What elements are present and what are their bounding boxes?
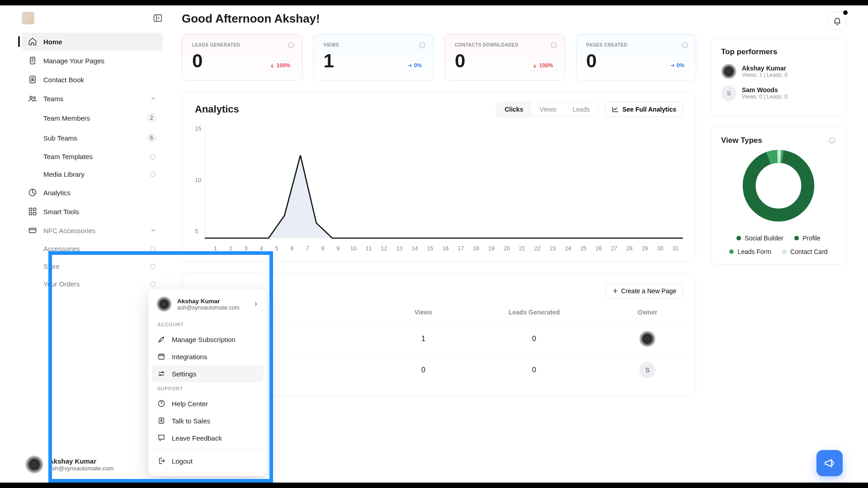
menu-item-logout[interactable]: Logout bbox=[152, 452, 264, 469]
info-icon[interactable] bbox=[829, 137, 836, 144]
legend-item: Leads Form bbox=[729, 248, 771, 255]
nav-label: Analytics bbox=[43, 189, 71, 197]
performer-row[interactable]: Akshay Kumar Views: 1 | Leads: 0 bbox=[721, 64, 836, 79]
info-icon[interactable] bbox=[681, 42, 689, 49]
sidebar-nav: Home Manage Your Pages Contact Book Team… bbox=[22, 33, 166, 292]
menu-item-integrations[interactable]: Integrations bbox=[152, 348, 264, 365]
svg-rect-13 bbox=[29, 228, 36, 233]
info-icon[interactable] bbox=[550, 42, 557, 49]
kpi-delta-text: 100% bbox=[277, 62, 291, 69]
menu-label: Talk to Sales bbox=[172, 417, 210, 425]
nav-label: Your Orders bbox=[43, 280, 80, 288]
workspace-logo[interactable] bbox=[22, 12, 34, 24]
arrow-right-icon bbox=[670, 63, 675, 68]
sidebar-item-pages[interactable]: Manage Your Pages bbox=[22, 52, 163, 70]
x-tick: 21 bbox=[514, 245, 530, 252]
sidebar-item-sub-teams[interactable]: Sub Teams 6 bbox=[22, 128, 163, 147]
pages-icon bbox=[28, 56, 37, 65]
menu-item-subscription[interactable]: Manage Subscription bbox=[152, 331, 264, 348]
sidebar-item-accessories[interactable]: Accessories bbox=[22, 240, 163, 257]
kpi-row: LEADS GENERATED 0 100% VIEWS 1 0% bbox=[182, 34, 696, 80]
top-performers-card: Top performers Akshay Kumar Views: 1 | L… bbox=[711, 38, 846, 117]
x-tick: 22 bbox=[530, 245, 545, 252]
letterbox-bottom bbox=[0, 483, 868, 488]
tab-views[interactable]: Views bbox=[531, 102, 564, 117]
table-row[interactable]: 1 0 bbox=[195, 324, 683, 355]
svg-point-28 bbox=[162, 372, 164, 373]
nav-label: Accessories bbox=[43, 245, 80, 253]
performer-stats: Views: 0 | Leads: 0 bbox=[742, 94, 788, 100]
sidebar-item-home[interactable]: Home bbox=[22, 33, 163, 51]
contact-book-icon bbox=[28, 75, 37, 84]
kpi-contacts: CONTACTS DOWNLOADED 0 100% bbox=[444, 34, 565, 80]
sidebar-item-team-templates[interactable]: Team Templates bbox=[22, 148, 163, 165]
info-dim-icon bbox=[149, 153, 156, 160]
nav-label: NFC Accessories bbox=[43, 227, 95, 235]
svg-point-16 bbox=[151, 282, 156, 286]
sidebar-user-card[interactable]: Akshay Kumar ash@synxautomate.com bbox=[22, 451, 166, 478]
menu-label: Manage Subscription bbox=[172, 336, 236, 343]
sidebar-item-analytics[interactable]: Analytics bbox=[22, 183, 163, 202]
popup-user-row[interactable]: Akshay Kumar ash@synxautomate.com bbox=[152, 295, 264, 318]
sidebar-item-team-members[interactable]: Team Members 2 bbox=[22, 108, 163, 127]
avatar bbox=[156, 296, 172, 312]
sidebar-item-store[interactable]: Store bbox=[22, 258, 163, 275]
logout-icon bbox=[157, 457, 165, 465]
create-page-label: Create a New Page bbox=[621, 287, 676, 295]
notifications-button[interactable] bbox=[828, 12, 846, 30]
grid-icon bbox=[28, 207, 37, 216]
y-tick: 5 bbox=[195, 228, 201, 235]
top-performers-title: Top performers bbox=[721, 47, 836, 56]
menu-item-feedback[interactable]: Leave Feedback bbox=[152, 429, 264, 446]
sidebar-item-nfc[interactable]: NFC Accessories bbox=[22, 221, 163, 239]
menu-item-sales[interactable]: Talk to Sales bbox=[152, 412, 264, 429]
user-email: ash@synxautomate.com bbox=[49, 465, 113, 472]
see-full-analytics-button[interactable]: See Full Analytics bbox=[605, 102, 683, 117]
nav-label: Home bbox=[43, 38, 62, 46]
table-row[interactable]: 0 0 S bbox=[195, 355, 683, 386]
tab-clicks[interactable]: Clicks bbox=[496, 102, 531, 117]
calendar-icon bbox=[157, 352, 165, 361]
x-tick: 6 bbox=[284, 245, 300, 252]
chart-y-axis: 15 10 5 bbox=[195, 125, 201, 238]
x-tick: 7 bbox=[300, 245, 315, 252]
legend-label: Profile bbox=[802, 235, 821, 242]
y-tick: 15 bbox=[195, 125, 201, 132]
svg-point-6 bbox=[151, 154, 156, 159]
x-tick: 29 bbox=[637, 245, 652, 252]
collapse-sidebar-icon[interactable] bbox=[153, 13, 163, 23]
kpi-delta-text: 0% bbox=[414, 62, 422, 69]
kpi-delta-text: 0% bbox=[677, 62, 684, 69]
plus-icon bbox=[612, 288, 618, 294]
owner-avatar: S bbox=[639, 362, 656, 378]
x-tick: 24 bbox=[561, 245, 576, 252]
kpi-label: PAGES CREATED bbox=[586, 42, 686, 47]
nav-label: Team Members bbox=[43, 114, 90, 122]
bell-icon bbox=[833, 16, 842, 25]
performer-name: Akshay Kumar bbox=[742, 65, 788, 72]
create-page-button[interactable]: Create a New Page bbox=[605, 283, 683, 299]
nav-label: Sub Teams bbox=[43, 134, 77, 142]
sidebar-item-teams[interactable]: Teams bbox=[22, 89, 163, 108]
tab-leads[interactable]: Leads bbox=[565, 102, 598, 117]
col-owner: Owner bbox=[612, 301, 683, 324]
page-title: Good Afternoon Akshay! bbox=[182, 12, 320, 26]
sidebar-item-contacts[interactable]: Contact Book bbox=[22, 70, 163, 89]
announce-fab[interactable] bbox=[816, 450, 843, 476]
cell-views: 1 bbox=[390, 324, 457, 355]
sidebar-item-media-library[interactable]: Media Library bbox=[22, 166, 163, 183]
sliders-icon bbox=[157, 370, 165, 378]
info-icon[interactable] bbox=[288, 42, 295, 49]
performer-row[interactable]: S Sam Woods Views: 0 | Leads: 0 bbox=[721, 85, 836, 101]
legend-dot bbox=[736, 236, 741, 240]
sidebar-item-orders[interactable]: Your Orders bbox=[22, 276, 163, 292]
info-icon[interactable] bbox=[419, 42, 426, 49]
menu-item-help[interactable]: Help Center bbox=[152, 395, 264, 412]
menu-item-settings[interactable]: Settings bbox=[152, 365, 264, 382]
line-chart-icon bbox=[612, 106, 619, 113]
chat-icon bbox=[157, 434, 165, 442]
x-tick: 25 bbox=[576, 245, 591, 252]
sidebar-item-smart-tools[interactable]: Smart Tools bbox=[22, 202, 163, 221]
arrow-down-icon bbox=[532, 63, 538, 68]
see-full-label: See Full Analytics bbox=[623, 106, 676, 113]
